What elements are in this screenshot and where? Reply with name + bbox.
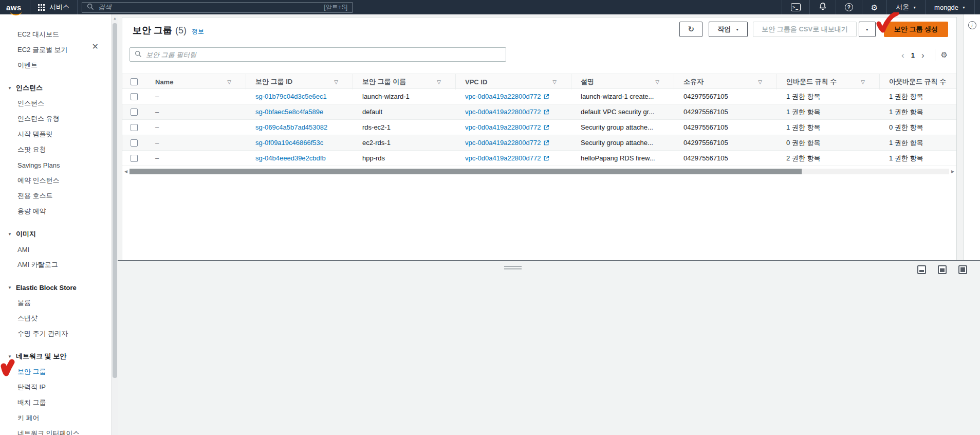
row-checkbox[interactable] xyxy=(131,93,138,100)
vpc-id-link[interactable]: vpc-0d0a419a22800d772 xyxy=(465,108,541,116)
aws-logo[interactable]: aws xyxy=(6,3,30,12)
sidebar-scrollbar-thumb[interactable] xyxy=(113,23,117,378)
column-filter-icon[interactable]: ▽ xyxy=(655,79,659,85)
sidebar-item-security-groups[interactable]: 보안 그룹 xyxy=(0,364,111,379)
filter-search-box[interactable] xyxy=(130,47,506,62)
sidebar-section-header[interactable]: ▼인스턴스 xyxy=(0,80,111,96)
scroll-up-arrow-icon[interactable]: ▲ xyxy=(113,16,117,20)
sidebar-section-header[interactable]: ▼Elastic Block Store xyxy=(0,280,111,295)
cell-sg-name: hpp-rds xyxy=(353,154,456,162)
divider xyxy=(77,0,78,14)
column-filter-icon[interactable]: ▽ xyxy=(861,79,865,85)
sidebar-item[interactable]: 전용 호스트 xyxy=(0,188,111,204)
services-menu-button[interactable]: 서비스 xyxy=(30,0,77,14)
security-group-id-link[interactable]: sg-0bfaec5e8c4fa589e xyxy=(255,108,323,116)
security-group-id-link[interactable]: sg-069c4a5b7ad453082 xyxy=(255,123,327,131)
cloudshell-terminal-icon: >_ xyxy=(791,3,801,11)
vpc-id-link[interactable]: vpc-0d0a419a22800d772 xyxy=(465,139,541,147)
cloudshell-button[interactable]: >_ xyxy=(782,0,809,14)
topbar-right-controls: >_ ? ⚙ 서울 ▼ mongde ▼ xyxy=(782,0,980,14)
account-menu[interactable]: mongde ▼ xyxy=(925,0,975,14)
external-link-icon[interactable] xyxy=(543,140,549,146)
sidebar-item[interactable]: 인스턴스 유형 xyxy=(0,111,111,126)
row-checkbox[interactable] xyxy=(131,124,138,131)
column-filter-icon[interactable]: ▽ xyxy=(227,79,231,85)
sidebar-item[interactable]: Savings Plans xyxy=(0,157,111,173)
row-checkbox[interactable] xyxy=(131,155,138,162)
export-csv-dropdown-button[interactable]: ▼ xyxy=(859,22,876,37)
sidebar-item[interactable]: 스팟 요청 xyxy=(0,142,111,157)
external-link-icon[interactable] xyxy=(543,109,549,115)
split-panel-drag-handle[interactable] xyxy=(504,266,522,271)
previous-page-arrow-icon[interactable]: ‹ xyxy=(897,51,909,60)
sidebar-item[interactable]: AMI 카탈로그 xyxy=(0,257,111,273)
external-link-icon[interactable] xyxy=(543,155,549,161)
panel-layout-buttons xyxy=(917,265,967,274)
create-security-group-button[interactable]: 보안 그룹 생성 xyxy=(884,22,948,37)
sidebar-item[interactable]: 네트워크 인터페이스 xyxy=(0,426,111,435)
panel-size-medium-button[interactable] xyxy=(938,265,947,274)
info-icon[interactable]: i xyxy=(968,21,976,29)
sidebar-section-header[interactable]: ▼이미지 xyxy=(0,226,111,242)
sidebar-item[interactable]: 시작 템플릿 xyxy=(0,126,111,142)
sidebar-item[interactable]: 볼륨 xyxy=(0,295,111,311)
sidebar-item[interactable]: 스냅샷 xyxy=(0,311,111,326)
next-page-arrow-icon[interactable]: › xyxy=(917,51,929,60)
row-checkbox[interactable] xyxy=(131,108,138,116)
sidebar-item[interactable]: 수명 주기 관리자 xyxy=(0,326,111,341)
sidebar-nav: EC2 대시보드EC2 글로벌 보기이벤트▼인스턴스인스턴스인스턴스 유형시작 … xyxy=(0,14,111,435)
column-filter-icon[interactable]: ▽ xyxy=(758,79,762,85)
sidebar-item[interactable]: 인스턴스 xyxy=(0,96,111,111)
sidebar-item[interactable]: 키 페어 xyxy=(0,410,111,426)
external-link-icon[interactable] xyxy=(543,94,549,100)
filter-input[interactable] xyxy=(146,51,501,59)
info-link[interactable]: 정보 xyxy=(192,27,204,36)
region-selector[interactable]: 서울 ▼ xyxy=(886,0,925,14)
refresh-button[interactable]: ↻ xyxy=(679,22,702,37)
column-filter-icon[interactable]: ▽ xyxy=(437,79,441,85)
table-preferences-gear-icon[interactable]: ⚙ xyxy=(941,50,948,60)
vpc-id-link[interactable]: vpc-0d0a419a22800d772 xyxy=(465,154,541,162)
security-group-id-link[interactable]: sg-0f09a19c46866f53c xyxy=(255,139,323,147)
notifications-button[interactable] xyxy=(809,0,836,14)
sidebar-item[interactable]: AMI xyxy=(0,242,111,257)
sidebar-item[interactable]: EC2 대시보드 xyxy=(0,27,111,42)
export-csv-button[interactable]: 보안 그룹을 CSV로 내보내기 xyxy=(753,22,857,37)
panel-size-small-button[interactable] xyxy=(917,265,926,274)
horizontal-scrollbar-thumb[interactable] xyxy=(130,169,802,174)
close-sidebar-icon[interactable]: ✕ xyxy=(92,43,99,51)
security-group-id-link[interactable]: sg-04b4eeed39e2cbdfb xyxy=(255,154,326,162)
security-group-id-link[interactable]: sg-01b79c04d3c5e6ec1 xyxy=(255,93,327,100)
scroll-left-arrow-icon[interactable]: ◂ xyxy=(122,168,130,174)
global-search-input[interactable]: 검색 [알트+S] xyxy=(82,2,353,13)
sidebar-scrollbar[interactable]: ▲ xyxy=(111,14,118,435)
select-all-checkbox[interactable] xyxy=(131,78,138,85)
actions-dropdown-button[interactable]: 작업 ▼ xyxy=(709,22,748,37)
vpc-id-link[interactable]: vpc-0d0a419a22800d772 xyxy=(465,123,541,131)
sidebar-item[interactable]: 이벤트 xyxy=(0,58,111,73)
settings-button[interactable]: ⚙ xyxy=(862,0,886,14)
search-placeholder: 검색 xyxy=(98,3,112,12)
column-filter-icon[interactable]: ▽ xyxy=(552,79,557,85)
sidebar-item[interactable]: 용량 예약 xyxy=(0,204,111,219)
row-checkbox[interactable] xyxy=(131,139,138,147)
current-page[interactable]: 1 xyxy=(909,51,917,59)
horizontal-scrollbar-track[interactable] xyxy=(130,169,949,174)
external-link-icon[interactable] xyxy=(543,124,549,131)
split-panel-area xyxy=(118,261,980,435)
apps-grid-icon xyxy=(38,4,45,11)
cell-sg-name: rds-ec2-1 xyxy=(353,123,456,131)
scroll-right-arrow-icon[interactable]: ▸ xyxy=(949,168,956,174)
cell-name: – xyxy=(146,139,246,147)
column-filter-icon[interactable]: ▽ xyxy=(334,79,338,85)
help-button[interactable]: ? xyxy=(836,0,862,14)
sidebar-section-header[interactable]: ▼네트워크 및 보안 xyxy=(0,349,111,364)
panel-size-large-button[interactable] xyxy=(958,265,967,274)
cell-inbound: 0 권한 항목 xyxy=(777,138,880,148)
vpc-id-link[interactable]: vpc-0d0a419a22800d772 xyxy=(465,93,541,100)
sidebar-item[interactable]: 탄력적 IP xyxy=(0,379,111,395)
cell-sg-name: ec2-rds-1 xyxy=(353,139,456,147)
sidebar-item[interactable]: 예약 인스턴스 xyxy=(0,173,111,188)
cell-inbound: 1 권한 항목 xyxy=(777,92,880,101)
sidebar-item[interactable]: 배치 그룹 xyxy=(0,395,111,410)
